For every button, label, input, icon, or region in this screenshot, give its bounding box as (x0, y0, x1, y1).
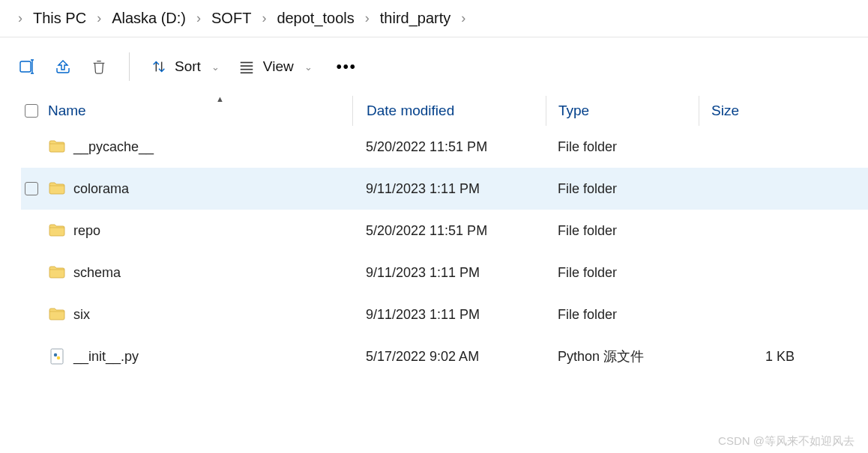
view-button[interactable]: View ⌄ (230, 58, 320, 75)
table-row[interactable]: repo5/20/2022 11:51 PMFile folder (21, 210, 868, 252)
breadcrumb-item[interactable]: SOFT (211, 10, 251, 27)
file-type: File folder (546, 307, 699, 323)
table-row[interactable]: colorama9/11/2023 1:11 PMFile folder (21, 168, 868, 210)
file-name: six (73, 307, 90, 323)
column-type[interactable]: Type (546, 96, 699, 126)
chevron-right-icon[interactable]: › (461, 10, 465, 26)
rename-icon[interactable] (10, 50, 43, 83)
chevron-right-icon[interactable]: › (365, 10, 370, 26)
table-row[interactable]: __pycache__5/20/2022 11:51 PMFile folder (21, 126, 868, 168)
file-name: __pycache__ (73, 139, 154, 155)
watermark: CSDN @等风来不如迎风去 (718, 434, 855, 449)
breadcrumb-item[interactable]: depot_tools (277, 10, 354, 27)
file-type: File folder (546, 181, 699, 197)
folder-icon (48, 264, 66, 282)
folder-icon (48, 138, 66, 156)
chevron-down-icon: ⌄ (211, 61, 220, 73)
file-list: ▲ Name Date modified Type Size __pycache… (0, 96, 868, 377)
select-all-checkbox[interactable] (25, 104, 38, 118)
delete-icon[interactable] (82, 50, 115, 83)
svg-rect-0 (20, 61, 31, 72)
file-type: File folder (546, 265, 699, 281)
breadcrumb-item[interactable]: This PC (33, 10, 86, 27)
breadcrumb: › This PC › Alaska (D:) › SOFT › depot_t… (0, 0, 868, 37)
chevron-down-icon: ⌄ (304, 61, 313, 73)
separator (129, 52, 130, 81)
table-row[interactable]: __init__.py5/17/2022 9:02 AMPython 源文件1 … (21, 335, 868, 377)
file-date: 5/20/2022 11:51 PM (352, 223, 546, 239)
folder-icon (48, 305, 66, 323)
file-type: File folder (546, 139, 699, 155)
breadcrumb-item[interactable]: Alaska (D:) (112, 10, 186, 27)
sort-ascending-icon: ▲ (216, 94, 224, 103)
python-file-icon (48, 347, 66, 365)
file-date: 5/17/2022 9:02 AM (352, 349, 546, 365)
column-name[interactable]: Name (42, 103, 352, 119)
table-row[interactable]: schema9/11/2023 1:11 PMFile folder (21, 252, 868, 294)
file-name: repo (73, 223, 100, 239)
folder-icon (48, 180, 66, 198)
chevron-right-icon[interactable]: › (97, 10, 101, 26)
more-button[interactable]: ••• (323, 58, 370, 76)
breadcrumb-item[interactable]: third_party (380, 10, 451, 27)
chevron-right-icon[interactable]: › (18, 10, 22, 26)
column-date[interactable]: Date modified (352, 96, 546, 126)
file-size: 1 KB (711, 349, 801, 365)
sort-label: Sort (175, 58, 201, 75)
file-date: 9/11/2023 1:11 PM (352, 265, 546, 281)
file-name: colorama (73, 181, 129, 197)
chevron-right-icon[interactable]: › (196, 10, 201, 26)
row-checkbox[interactable] (25, 182, 38, 195)
sort-button[interactable]: Sort ⌄ (143, 58, 227, 75)
file-type: Python 源文件 (546, 347, 699, 365)
file-type: File folder (546, 223, 699, 239)
column-headers: ▲ Name Date modified Type Size (21, 96, 868, 126)
table-row[interactable]: six9/11/2023 1:11 PMFile folder (21, 294, 868, 335)
chevron-right-icon[interactable]: › (262, 10, 266, 26)
file-name: __init__.py (73, 349, 139, 365)
toolbar: Sort ⌄ View ⌄ ••• (0, 37, 868, 96)
file-name: schema (73, 265, 121, 281)
share-icon[interactable] (46, 50, 79, 83)
view-label: View (263, 58, 294, 75)
file-date: 9/11/2023 1:11 PM (352, 181, 546, 197)
file-date: 9/11/2023 1:11 PM (352, 307, 546, 323)
file-date: 5/20/2022 11:51 PM (352, 139, 546, 155)
folder-icon (48, 222, 66, 240)
column-size[interactable]: Size (699, 96, 804, 126)
